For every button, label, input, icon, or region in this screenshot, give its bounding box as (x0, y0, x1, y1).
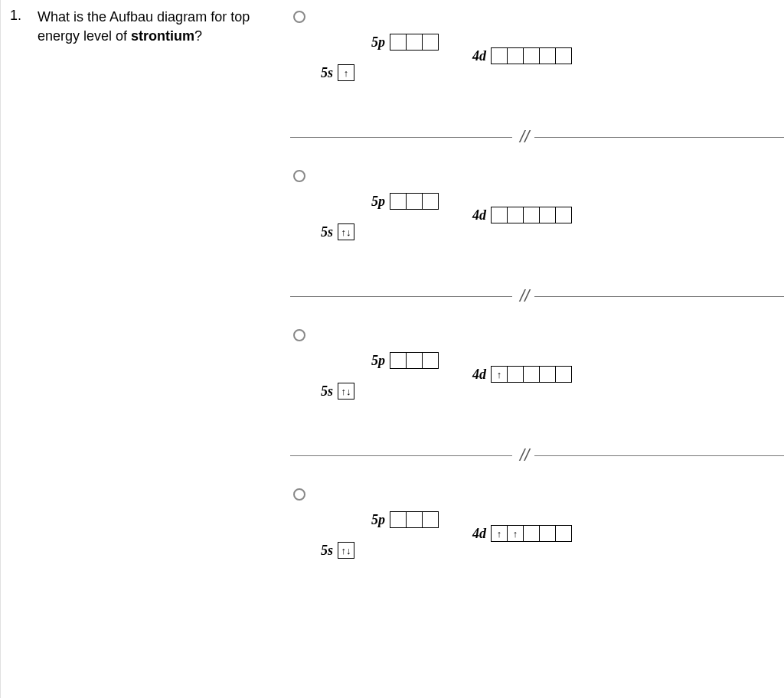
orbital-box (422, 511, 439, 528)
orbital-box (539, 207, 556, 223)
orbital-box (523, 207, 540, 223)
orbital-box: ↑↓ (338, 223, 354, 240)
sublevel-label: 4d (472, 207, 486, 223)
question-text: What is the Aufbau diagram for top energ… (38, 0, 290, 698)
question-text-part: ? (194, 28, 202, 44)
orbital-box (523, 525, 540, 542)
orbital-box (507, 47, 524, 64)
orbital-box: ↑ (507, 525, 524, 542)
orbital-box (390, 511, 407, 528)
orbital-box: ↑ (491, 366, 508, 383)
orbital-box (422, 193, 439, 210)
orbital-box (406, 352, 423, 369)
sublevel-label: 5s (321, 383, 333, 400)
sublevel-s: 5s↑ (321, 64, 354, 81)
orbital-box (390, 34, 407, 51)
sublevel-s: 5s↑↓ (321, 223, 354, 240)
sublevel-label: 5p (371, 194, 385, 210)
orbital-box (523, 366, 540, 383)
orbital-box-row: ↑↑ (491, 525, 572, 542)
answer-option: 5p4d↑↑5s↑↓ (290, 487, 784, 594)
sublevel-label: 5p (371, 353, 385, 369)
radio-button[interactable] (293, 329, 305, 341)
sublevel-d: 4d↑↑ (472, 525, 572, 542)
aufbau-diagram: 5p4d↑5s↑↓ (321, 328, 704, 412)
orbital-box-row (390, 511, 439, 528)
sublevel-label: 5p (371, 512, 385, 528)
radio-column (290, 168, 321, 186)
orbital-box (406, 193, 423, 210)
sublevel-d: 4d (472, 207, 572, 223)
sublevel-p: 5p (371, 34, 439, 51)
sublevel-s: 5s↑↓ (321, 542, 354, 559)
sublevel-d: 4d↑ (472, 366, 572, 383)
orbital-box (390, 352, 407, 369)
answer-option: 5p4d5s↑↓ (290, 168, 784, 276)
divider-line (534, 137, 784, 138)
sublevel-label: 4d (472, 367, 486, 383)
divider-slash: / / (512, 286, 534, 306)
orbital-box (555, 207, 572, 223)
question-bold-word: strontium (131, 28, 194, 44)
orbital-box-row (491, 47, 572, 64)
sublevel-label: 5s (321, 543, 333, 559)
orbital-box-row (390, 34, 439, 51)
orbital-box (507, 207, 524, 223)
sublevel-label: 5s (321, 224, 333, 240)
orbital-box (539, 525, 556, 542)
radio-button[interactable] (293, 488, 305, 501)
orbital-box (539, 366, 556, 383)
orbital-box: ↑↓ (338, 383, 354, 400)
orbital-box (555, 47, 572, 64)
question-container: 1. What is the Aufbau diagram for top en… (0, 0, 784, 698)
aufbau-diagram: 5p4d↑↑5s↑↓ (321, 487, 704, 571)
sublevel-s: 5s↑↓ (321, 383, 354, 400)
sublevel-label: 4d (472, 526, 486, 542)
divider-line (290, 455, 512, 456)
orbital-box: ↑ (338, 64, 354, 81)
answer-choices: 5p4d5s↑/ /5p4d5s↑↓/ /5p4d↑5s↑↓/ /5p4d↑↑5… (290, 0, 784, 698)
divider-line (290, 137, 512, 138)
sublevel-label: 5p (371, 34, 385, 51)
radio-column (290, 9, 321, 27)
option-divider: / / (290, 445, 784, 465)
divider-slash: / / (512, 445, 534, 465)
divider-line (534, 296, 784, 297)
orbital-box (507, 366, 524, 383)
orbital-box-row: ↑↓ (338, 223, 354, 240)
orbital-box (422, 34, 439, 51)
orbital-box-row (390, 352, 439, 369)
orbital-box (390, 193, 407, 210)
sublevel-label: 5s (321, 65, 333, 81)
orbital-box (491, 47, 508, 64)
aufbau-diagram: 5p4d5s↑↓ (321, 168, 704, 253)
orbital-box-row (491, 207, 572, 223)
orbital-box (406, 511, 423, 528)
question-number: 1. (4, 0, 38, 698)
sublevel-d: 4d (472, 47, 572, 64)
sublevel-label: 4d (472, 48, 486, 64)
option-divider: / / (290, 286, 784, 306)
orbital-box (523, 47, 540, 64)
radio-column (290, 487, 321, 504)
answer-option: 5p4d5s↑ (290, 9, 784, 116)
orbital-box (555, 366, 572, 383)
sublevel-p: 5p (371, 352, 439, 369)
radio-button[interactable] (293, 11, 305, 23)
orbital-box (406, 34, 423, 51)
orbital-box-row: ↑ (338, 64, 354, 81)
orbital-box: ↑↓ (338, 542, 354, 559)
orbital-box-row: ↑ (491, 366, 572, 383)
sublevel-p: 5p (371, 511, 439, 528)
divider-slash: / / (512, 127, 534, 147)
divider-line (534, 455, 784, 456)
orbital-box-row: ↑↓ (338, 383, 354, 400)
orbital-box (422, 352, 439, 369)
orbital-box: ↑ (491, 525, 508, 542)
orbital-box-row (390, 193, 439, 210)
radio-column (290, 328, 321, 345)
sublevel-p: 5p (371, 193, 439, 210)
aufbau-diagram: 5p4d5s↑ (321, 9, 704, 93)
radio-button[interactable] (293, 170, 305, 182)
orbital-box (491, 207, 508, 223)
